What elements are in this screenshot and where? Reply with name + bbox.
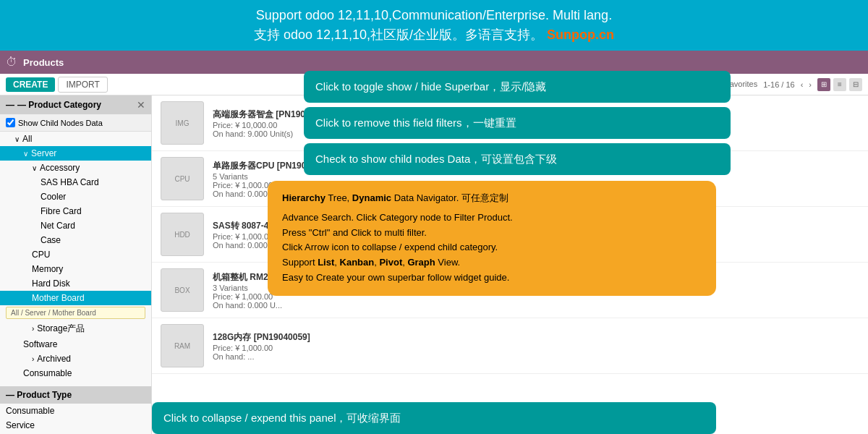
archived-arrow: › bbox=[32, 355, 34, 363]
product-thumb-2: HDD bbox=[161, 213, 204, 256]
tooltip-collapse: Click to collapse / expend this panel，可收… bbox=[152, 402, 716, 434]
category-collapse-icon: — bbox=[6, 100, 14, 110]
breadcrumb: All / Server / Mother Board bbox=[6, 307, 145, 319]
tree-item-archived[interactable]: › Archived bbox=[0, 352, 151, 366]
product-thumb-4: RAM bbox=[161, 324, 204, 367]
tree-label-sas: SAS HBA Card bbox=[41, 177, 99, 187]
product-stock-4: On hand: ... bbox=[213, 352, 859, 361]
tooltip-show-child: Check to show child nodes Data，可设置包含下级 bbox=[304, 143, 731, 175]
tree-item-cpu[interactable]: CPU bbox=[0, 247, 151, 262]
tree-label-case: Case bbox=[41, 235, 61, 245]
tree-item-all[interactable]: ∨ All bbox=[0, 132, 151, 146]
tree-label-storage: Storage产品 bbox=[37, 323, 85, 335]
nav-title: Products bbox=[23, 57, 64, 68]
tooltip-toggle-text: Click to toggle show / hide Superbar，显示/… bbox=[315, 80, 546, 93]
tree-label-motherboard: Mother Board bbox=[32, 293, 85, 303]
top-banner: Support odoo 12,11,10,Communication/Ente… bbox=[0, 0, 868, 51]
tree-item-motherboard[interactable]: Mother Board bbox=[0, 291, 151, 305]
category-close-button[interactable]: ✕ bbox=[137, 99, 145, 111]
tree-item-harddisk[interactable]: Hard Disk bbox=[0, 276, 151, 291]
category-header-label: — Product Category bbox=[17, 100, 137, 110]
show-child-nodes-row: Show Child Nodes Data bbox=[0, 114, 151, 132]
list-view-button[interactable]: ≡ bbox=[833, 78, 846, 91]
tree-item-case[interactable]: Case bbox=[0, 233, 151, 247]
tree-item-consumable[interactable]: Consumable bbox=[0, 366, 151, 380]
product-type-header[interactable]: — Product Type bbox=[0, 386, 151, 404]
tree-label-cpu: CPU bbox=[32, 250, 50, 260]
type-header-label: — Product Type bbox=[6, 390, 72, 400]
tree-label-memory: Memory bbox=[32, 264, 63, 274]
tree-item-fibre[interactable]: Fibre Card bbox=[0, 204, 151, 218]
tree-label-cooler: Cooler bbox=[41, 192, 66, 202]
tooltip-collapse-text: Click to collapse / expend this panel，可收… bbox=[163, 412, 401, 424]
tree-label-archived: Archived bbox=[37, 354, 71, 364]
storage-arrow: › bbox=[32, 325, 34, 333]
tree-item-netcard[interactable]: Net Card bbox=[0, 218, 151, 233]
product-type-section: — Product Type Consumable Service Storab… bbox=[0, 386, 151, 434]
tree-label-software: Software bbox=[23, 339, 57, 349]
prev-page-button[interactable]: ‹ bbox=[801, 80, 804, 89]
product-thumb-0: IMG bbox=[161, 101, 204, 145]
tree-item-server[interactable]: ∨ Server bbox=[0, 146, 151, 161]
pagination: 1-16 / 16 bbox=[763, 80, 794, 89]
tree-label-netcard: Net Card bbox=[41, 221, 75, 231]
product-name-4: 128G内存 [PN19040059] bbox=[213, 331, 859, 344]
orange-line-4: Support List, Kanban, Pivot, Graph View. bbox=[282, 255, 702, 271]
tooltip-show-child-text: Check to show child nodes Data，可设置包含下级 bbox=[315, 153, 557, 165]
tree-item-accessory[interactable]: ∨ Accessory bbox=[0, 161, 151, 175]
banner-line1: Support odoo 12,11,10,Communication/Ente… bbox=[12, 6, 856, 25]
tree-label-all: All bbox=[22, 134, 32, 144]
tooltip-remove-filter-text: Click to remove this field filters，一键重置 bbox=[315, 116, 516, 129]
tree-label-accessory: Accessory bbox=[40, 163, 80, 173]
tree-label-fibre: Fibre Card bbox=[41, 206, 82, 216]
type-service[interactable]: Service bbox=[0, 418, 151, 433]
grid-view-button[interactable]: ⊟ bbox=[849, 78, 862, 91]
tree-item-storage[interactable]: › Storage产品 bbox=[0, 320, 151, 337]
banner-line2: 支持 odoo 12,11,10,社区版/企业版。多语言支持。 Sunpop.c… bbox=[12, 25, 856, 45]
category-tree: ∨ All ∨ Server ∨ Accessory SAS HBA Card … bbox=[0, 132, 151, 380]
product-info-4: 128G内存 [PN19040059] Price: ¥ 1,000.00 On… bbox=[213, 331, 859, 361]
tooltip-toggle: Click to toggle show / hide Superbar，显示/… bbox=[304, 71, 731, 103]
view-icons: ⊞ ≡ ⊟ bbox=[817, 78, 862, 91]
brand-link[interactable]: Sunpop.cn bbox=[547, 27, 614, 42]
orange-line-3: Click Arrow icon to collapse / expend ch… bbox=[282, 240, 702, 255]
clock-icon: ⏱ bbox=[6, 56, 17, 69]
product-thumb-3: BOX bbox=[161, 268, 204, 312]
orange-line-5: Easy to Create your own superbar follow … bbox=[282, 271, 702, 286]
create-button[interactable]: CREATE bbox=[6, 77, 55, 92]
server-arrow: ∨ bbox=[23, 150, 28, 158]
orange-title: Hierarchy Tree, Dynamic Data Navigator. … bbox=[282, 191, 702, 206]
product-thumb-1: CPU bbox=[161, 157, 204, 200]
import-button[interactable]: IMPORT bbox=[58, 77, 107, 93]
product-price-4: Price: ¥ 1,000.00 bbox=[213, 344, 859, 352]
tree-item-software[interactable]: Software bbox=[0, 337, 151, 352]
all-arrow: ∨ bbox=[14, 135, 20, 143]
category-section-header[interactable]: — — Product Category ✕ bbox=[0, 95, 151, 114]
kanban-view-button[interactable]: ⊞ bbox=[817, 78, 830, 91]
tooltip-orange: Hierarchy Tree, Dynamic Data Navigator. … bbox=[268, 181, 716, 296]
tooltip-remove-filter: Click to remove this field filters，一键重置 bbox=[304, 107, 731, 139]
tree-label-server: Server bbox=[31, 148, 56, 158]
tree-item-sas[interactable]: SAS HBA Card bbox=[0, 175, 151, 190]
tree-label-harddisk: Hard Disk bbox=[32, 278, 70, 289]
show-child-checkbox[interactable] bbox=[6, 118, 15, 127]
show-child-label[interactable]: Show Child Nodes Data bbox=[18, 119, 103, 127]
sidebar: — — Product Category ✕ Show Child Nodes … bbox=[0, 95, 152, 434]
tree-item-memory[interactable]: Memory bbox=[0, 262, 151, 276]
type-label-service: Service bbox=[6, 420, 35, 430]
tree-label-consumable: Consumable bbox=[23, 368, 72, 378]
type-consumable[interactable]: Consumable bbox=[0, 404, 151, 418]
product-stock-3: On hand: 0.000 U... bbox=[213, 301, 859, 310]
orange-line-2: Press "Ctrl" and Click to multi filter. bbox=[282, 226, 702, 241]
next-page-button[interactable]: › bbox=[809, 80, 812, 89]
product-row-4[interactable]: RAM 128G内存 [PN19040059] Price: ¥ 1,000.0… bbox=[152, 318, 868, 374]
orange-line-1: Advance Search. Click Category node to F… bbox=[282, 210, 702, 226]
tree-item-cooler[interactable]: Cooler bbox=[0, 190, 151, 204]
type-label-consumable: Consumable bbox=[6, 406, 54, 416]
accessory-arrow: ∨ bbox=[32, 164, 37, 172]
